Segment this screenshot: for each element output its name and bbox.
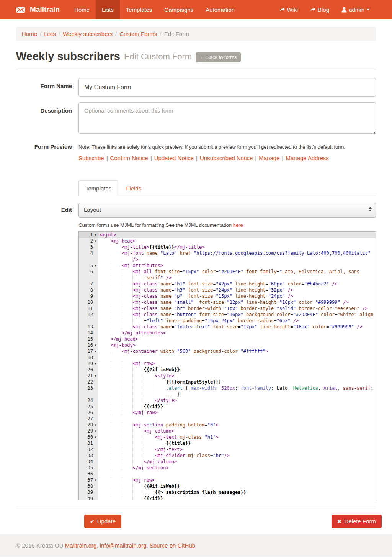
preview-link-updated-notice[interactable]: Updated Notice <box>154 155 194 161</box>
footer-link-source-on-github[interactable]: Source on GitHub <box>150 542 195 549</box>
line-number: 12 <box>88 311 93 318</box>
nav-item-automation[interactable]: Automation <box>199 0 241 19</box>
code-line: 36 <box>79 471 376 477</box>
nav-item-lists[interactable]: Lists <box>96 0 120 19</box>
code-line: 30▾ <mj-text mj-class="h1"> <box>79 434 376 440</box>
edit-template-select[interactable]: Layout <box>78 203 376 218</box>
gutter-cell: 6 <box>79 269 98 275</box>
code-line: 32 </mj-text> <box>79 446 376 452</box>
gutter-cell: 7 <box>79 281 98 287</box>
description-textarea[interactable] <box>78 102 376 134</box>
code-line: 2▾ <mj-head> <box>79 238 376 244</box>
preview-link-subscribe[interactable]: Subscribe <box>78 155 104 161</box>
update-button[interactable]: ✔ Update <box>84 515 121 528</box>
fold-toggle-icon[interactable]: ▾ <box>93 348 98 354</box>
page-subtitle: Edit Custom Form <box>124 52 192 62</box>
footer-link-info-mailtrain-org[interactable]: info@mailtrain.org <box>100 542 147 549</box>
breadcrumb-link[interactable]: Lists <box>44 31 56 37</box>
line-number: 24 <box>88 397 93 403</box>
nav-item-wiki[interactable]: Wiki <box>273 0 304 19</box>
preview-link-confirm-notice[interactable]: Confirm Notice <box>110 155 148 161</box>
nav-item-home[interactable]: Home <box>68 0 96 19</box>
form-preview-label: Form Preview <box>16 143 78 161</box>
code-line-text: <mjml> <box>98 232 376 238</box>
gutter-cell: 14 <box>79 330 98 336</box>
code-line-text: <mj-section padding-bottom="0"> <box>98 422 376 428</box>
gutter-cell: 2▾ <box>79 238 98 244</box>
line-number: 37 <box>88 477 93 483</box>
line-number: 23 <box>88 385 93 391</box>
code-line: 21▾ <style> <box>79 373 376 379</box>
line-number: 39 <box>88 489 93 495</box>
code-line-text: <mj-all font-size="15px" color="#2D3E4F"… <box>98 269 376 275</box>
line-number: 2 <box>90 238 93 244</box>
gutter-cell: 19▾ <box>79 361 98 367</box>
line-number: 1 <box>90 232 93 238</box>
mjml-note: Custom forms use MJML for formatting See… <box>78 222 376 228</box>
code-line: 39 {{> subscription_flash_messages}} <box>79 489 376 495</box>
user-label: admin <box>349 7 364 13</box>
gutter-cell: 9 <box>79 293 98 299</box>
edit-form: Form Name Description Form Preview Note:… <box>16 78 376 500</box>
gutter-cell: 32 <box>79 446 98 452</box>
brand-link[interactable]: Mailtrain <box>16 0 64 19</box>
gutter-cell: 23 <box>79 385 98 391</box>
fold-toggle-icon[interactable]: ▾ <box>93 422 98 428</box>
breadcrumb-current: Edit Form <box>164 31 189 37</box>
fold-toggle-icon[interactable]: ▾ <box>93 428 98 434</box>
gutter-cell: 29▾ <box>79 428 98 434</box>
code-line-text: } <box>98 391 376 397</box>
code-line: 31 {{title}} <box>79 440 376 446</box>
mjml-docs-link[interactable]: here <box>233 222 243 228</box>
preview-link-manage-address[interactable]: Manage Address <box>286 155 329 161</box>
fold-toggle-icon[interactable]: ▾ <box>93 262 98 269</box>
line-number: 3 <box>90 244 93 250</box>
line-number: 19 <box>88 361 93 367</box>
gutter-cell: 35 <box>79 465 98 471</box>
nav-item-templates[interactable]: Templates <box>120 0 158 19</box>
back-to-forms-button[interactable]: ← Back to forms <box>196 52 240 62</box>
fold-toggle-icon[interactable]: ▾ <box>93 373 98 379</box>
breadcrumb-link[interactable]: Home <box>22 31 37 37</box>
code-editor[interactable]: 1▾<mjml>2▾ <mj-head>3 <mj-title>{{title}… <box>78 231 376 500</box>
code-line: 40 {{/if}} <box>79 495 376 500</box>
tab-fields[interactable]: Fields <box>119 180 148 196</box>
form-name-input[interactable] <box>78 78 376 97</box>
preview-link-separator: | <box>196 155 198 161</box>
footer-link-mailtrain-org[interactable]: Mailtrain.org <box>65 542 97 549</box>
code-line-text: <mj-head> <box>98 238 376 244</box>
line-number: 8 <box>90 287 93 293</box>
gutter-cell <box>79 318 98 324</box>
gutter-cell: 16▾ <box>79 342 98 348</box>
preview-link-unsubscribed-notice[interactable]: Unsubscribed Notice <box>200 155 253 161</box>
fold-toggle-icon[interactable]: ▾ <box>93 342 98 348</box>
preview-link-manage[interactable]: Manage <box>259 155 279 161</box>
code-line-text <box>98 354 376 361</box>
code-line: 19▾ <mj-raw> <box>79 361 376 367</box>
delete-form-button[interactable]: ✖ Delete Form <box>332 515 382 528</box>
line-number: 15 <box>88 336 93 342</box>
line-number: 21 <box>88 373 93 379</box>
preview-link-separator: | <box>282 155 284 161</box>
gutter-cell: 31 <box>79 440 98 446</box>
code-line-text: </mj-column> <box>98 459 376 465</box>
breadcrumb-link[interactable]: Weekly subscribers <box>63 31 113 37</box>
user-menu[interactable]: admin <box>335 0 376 19</box>
fold-toggle-icon[interactable]: ▾ <box>93 232 98 238</box>
gutter-cell: 33 <box>79 452 98 459</box>
code-line-text: <mj-raw> <box>98 477 376 483</box>
back-arrow-icon: ← <box>199 54 204 60</box>
fold-toggle-icon[interactable]: ▾ <box>93 477 98 483</box>
breadcrumb-link[interactable]: Custom Forms <box>119 31 157 37</box>
line-number: 13 <box>88 324 93 330</box>
nav-item-blog[interactable]: Blog <box>304 0 335 19</box>
fold-toggle-icon[interactable]: ▾ <box>93 434 98 440</box>
gutter-cell: 15 <box>79 336 98 342</box>
fold-toggle-icon[interactable]: ▾ <box>93 361 98 367</box>
tab-templates[interactable]: Templates <box>78 180 118 196</box>
code-line: 23 .alert { max-width: 520px; font-famil… <box>79 385 376 391</box>
fold-toggle-icon[interactable]: ▾ <box>93 238 98 244</box>
gutter-cell: 24 <box>79 397 98 403</box>
nav-item-campaigns[interactable]: Campaigns <box>158 0 199 19</box>
code-line-text <box>98 471 376 477</box>
